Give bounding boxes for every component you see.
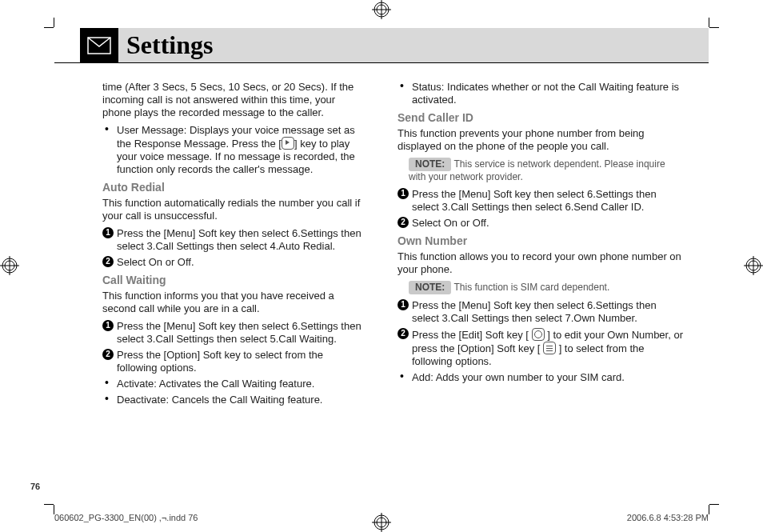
step-number-icon: 2 — [397, 217, 409, 228]
note: NOTE: This function is SIM card dependen… — [409, 281, 685, 294]
body-text: Press the [Menu] Soft key then select 6.… — [412, 299, 657, 324]
note-badge: NOTE: — [409, 281, 451, 294]
body-text: time (After 3 Secs, 5 Secs, 10 Secs, or … — [102, 81, 364, 119]
body-text: This function prevents your phone number… — [397, 127, 685, 153]
crop-mark — [709, 18, 709, 27]
menu-key-icon — [543, 342, 556, 354]
step-item: 2Select On or Off. — [102, 256, 364, 269]
dpad-key-icon — [532, 328, 545, 341]
page-title: Settings — [126, 30, 213, 60]
body-text: Press the [Menu] Soft key then select 6.… — [412, 188, 657, 213]
crop-mark — [44, 27, 54, 28]
bullet-item: Deactivate: Cancels the Call Waiting fea… — [102, 394, 364, 406]
bullet-item: Add: Adds your own number to your SIM ca… — [397, 371, 685, 384]
step-number-icon: 1 — [102, 227, 114, 238]
crop-mark — [709, 27, 719, 28]
crop-mark — [709, 505, 709, 514]
step-item: 2Press the [Option] Soft key to select f… — [102, 349, 364, 374]
envelope-icon — [80, 28, 118, 63]
body-text: Select On or Off. — [117, 256, 194, 268]
right-column: Status: Indicates whether or not the Cal… — [382, 79, 709, 504]
note-text: This function is SIM card dependent. — [453, 282, 609, 293]
body-text: This function automatically redials the … — [102, 197, 364, 222]
title-bar: Settings — [118, 28, 709, 63]
body-text: Select On or Off. — [412, 217, 489, 229]
crop-mark — [44, 504, 54, 505]
body-text: Press the [Option] Soft key to select fr… — [117, 349, 323, 374]
body-text: This function informs you that you have … — [102, 290, 364, 315]
step-number-icon: 1 — [397, 188, 409, 199]
body-text: Press the [Menu] Soft key then select 6.… — [117, 320, 362, 345]
body-text: Press the [Edit] Soft key [ — [412, 329, 532, 341]
crop-mark — [54, 18, 54, 27]
body-text: Activate: Activates the Call Waiting fea… — [117, 378, 314, 390]
registration-mark-icon — [372, 0, 391, 19]
step-item: 2 Press the [Edit] Soft key [ ] to edit … — [397, 328, 685, 368]
heading-auto-redial: Auto Redial — [102, 181, 364, 194]
step-item: 1Press the [Menu] Soft key then select 6… — [102, 320, 364, 346]
step-number-icon: 2 — [102, 256, 114, 267]
bullet-item: Activate: Activates the Call Waiting fea… — [102, 378, 364, 390]
play-key-icon — [282, 137, 294, 150]
page-number: 76 — [30, 482, 40, 491]
body-columns: time (After 3 Secs, 5 Secs, 10 Secs, or … — [54, 79, 709, 504]
bullet-item: Status: Indicates whether or not the Cal… — [397, 81, 685, 106]
step-item: 2Select On or Off. — [397, 217, 685, 230]
content-area: Settings time (After 3 Secs, 5 Secs, 10 … — [54, 28, 709, 504]
heading-call-waiting: Call Waiting — [102, 274, 364, 286]
note: NOTE: This service is network dependent.… — [409, 158, 685, 183]
body-text: Add: Adds your own number to your SIM ca… — [412, 371, 625, 383]
note-badge: NOTE: — [409, 158, 451, 171]
step-number-icon: 2 — [397, 328, 409, 339]
registration-mark-icon — [744, 256, 763, 275]
step-item: 1Press the [Menu] Soft key then select 6… — [102, 227, 364, 253]
section-header: Settings — [54, 28, 709, 63]
step-number-icon: 1 — [102, 320, 114, 331]
heading-send-caller-id: Send Caller ID — [397, 111, 685, 124]
body-text: Press the [Menu] Soft key then select 6.… — [117, 227, 362, 252]
registration-mark-icon — [0, 256, 19, 275]
page: Settings time (After 3 Secs, 5 Secs, 10 … — [0, 0, 763, 532]
header-margin — [54, 28, 80, 63]
body-text: Deactivate: Cancels the Call Waiting fea… — [117, 394, 322, 406]
footer-timestamp: 2006.6.8 4:53:28 PM — [627, 513, 709, 522]
footer-file: 060602_PG-3300_EN(00) ,¬.indd 76 — [54, 513, 198, 522]
print-footer: 060602_PG-3300_EN(00) ,¬.indd 76 2006.6.… — [54, 513, 709, 522]
heading-own-number: Own Number — [397, 234, 685, 247]
crop-mark — [709, 504, 719, 505]
left-column: time (After 3 Secs, 5 Secs, 10 Secs, or … — [54, 79, 382, 504]
step-number-icon: 2 — [102, 349, 114, 360]
step-item: 1Press the [Menu] Soft key then select 6… — [397, 188, 685, 214]
body-text: This function allows you to record your … — [397, 250, 685, 276]
body-text: Status: Indicates whether or not the Cal… — [412, 81, 679, 106]
bullet-item: User Message: Displays your voice messag… — [102, 124, 364, 176]
step-item: 1Press the [Menu] Soft key then select 6… — [397, 299, 685, 325]
step-number-icon: 1 — [397, 299, 409, 310]
